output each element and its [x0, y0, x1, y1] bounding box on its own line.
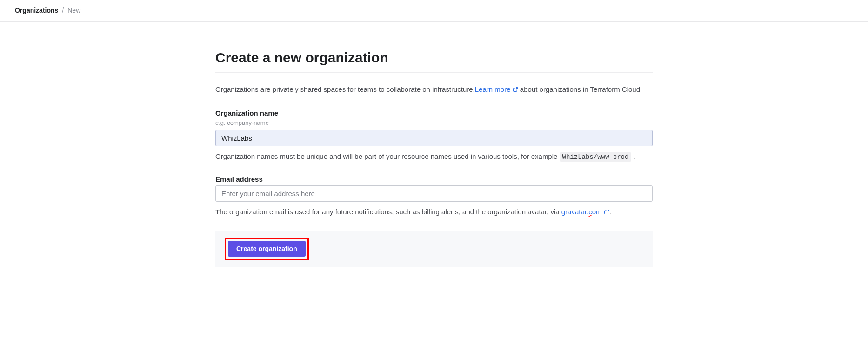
- highlight-annotation: Create organization: [225, 238, 309, 260]
- org-name-input[interactable]: [215, 130, 653, 146]
- email-help: The organization email is used for any f…: [215, 206, 653, 218]
- org-name-example: e.g. company-name: [215, 119, 653, 126]
- email-label: Email address: [215, 175, 653, 183]
- external-link-icon: [604, 209, 609, 215]
- main-content: Create a new organization Organizations …: [215, 22, 653, 267]
- email-input[interactable]: [215, 185, 653, 202]
- org-name-label: Organization name: [215, 109, 653, 117]
- svg-line-0: [515, 88, 518, 90]
- learn-more-link[interactable]: Learn more: [475, 85, 518, 93]
- org-name-help-before: Organization names must be unique and wi…: [215, 152, 560, 160]
- email-help-before: The organization email is used for any f…: [215, 208, 561, 216]
- email-field-group: Email address The organization email is …: [215, 175, 653, 218]
- footer-action-bar: Create organization: [215, 231, 653, 267]
- external-link-icon: [513, 87, 518, 92]
- email-help-after: .: [609, 208, 611, 216]
- org-name-help-after: .: [631, 152, 635, 160]
- breadcrumb-link-organizations[interactable]: Organizations: [15, 7, 58, 14]
- org-name-field-group: Organization name e.g. company-name Orga…: [215, 109, 653, 162]
- breadcrumb-current: New: [67, 7, 80, 14]
- org-name-help: Organization names must be unique and wi…: [215, 151, 653, 162]
- intro-after: about organizations in Terraform Cloud.: [518, 85, 642, 93]
- breadcrumb: Organizations / New: [0, 0, 868, 22]
- svg-line-1: [606, 210, 609, 213]
- breadcrumb-separator: /: [62, 7, 64, 14]
- org-name-code-example: WhizLabs/www-prod: [560, 152, 632, 162]
- page-title: Create a new organization: [215, 50, 653, 73]
- intro-before: Organizations are privately shared space…: [215, 85, 475, 93]
- gravatar-link[interactable]: gravatar.com: [561, 208, 609, 216]
- create-organization-button[interactable]: Create organization: [228, 241, 306, 257]
- intro-text: Organizations are privately shared space…: [215, 84, 653, 95]
